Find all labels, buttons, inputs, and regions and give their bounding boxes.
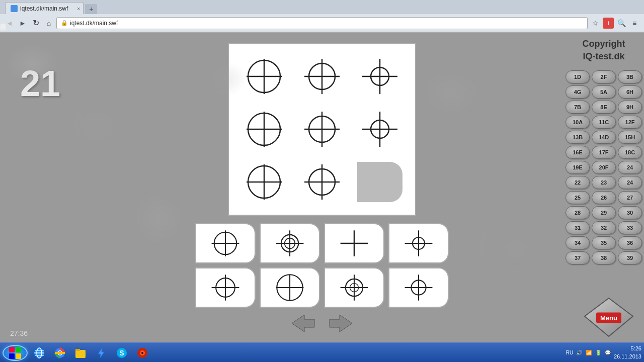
question-btn-14d[interactable]: 14D xyxy=(592,131,616,144)
answer-g-container: G xyxy=(324,267,384,308)
clock: 5:26 26.11.2013 xyxy=(614,345,641,360)
puzzle-cell-9-missing xyxy=(352,157,408,207)
svg-marker-66 xyxy=(98,348,104,358)
home-button[interactable]: ⌂ xyxy=(43,18,54,29)
answer-icon-h xyxy=(401,273,436,303)
taskbar-explorer[interactable] xyxy=(71,345,90,361)
battery-icon[interactable]: 🔋 xyxy=(594,349,602,357)
question-btn-23[interactable]: 23 xyxy=(592,176,616,189)
question-btn-19e[interactable]: 19E xyxy=(566,161,590,174)
search-icon[interactable]: 🔍 xyxy=(616,18,627,29)
nav-forward-button[interactable] xyxy=(327,312,355,335)
menu-icon[interactable]: ≡ xyxy=(629,18,640,29)
question-btn-3b[interactable]: 3B xyxy=(618,70,642,83)
answer-row-2: E F xyxy=(195,267,449,308)
question-btn-24[interactable]: 24 xyxy=(618,161,642,174)
answer-section: A B xyxy=(195,223,449,263)
timer: 27:36 xyxy=(10,329,28,337)
address-lock-icon: 🔒 xyxy=(61,20,68,26)
answer-option-f[interactable] xyxy=(260,267,320,308)
question-btn-9h[interactable]: 9H xyxy=(618,101,642,114)
answer-option-h[interactable] xyxy=(388,267,449,308)
question-btn-18c[interactable]: 18C xyxy=(618,146,642,159)
question-btn-33[interactable]: 33 xyxy=(618,221,642,234)
answer-option-e[interactable] xyxy=(195,267,256,308)
windows-logo-icon xyxy=(8,346,22,360)
sys-tray: RU 🔊 📶 🔋 💬 xyxy=(566,349,612,357)
missing-piece-indicator xyxy=(357,162,403,202)
forward-button[interactable]: ► xyxy=(17,18,28,29)
right-panel: Copyright IQ-test.dk 1D2F3B4G5A6H7B8E9H1… xyxy=(564,33,644,342)
question-btn-25[interactable]: 25 xyxy=(566,191,590,204)
tab-close-button[interactable]: × xyxy=(77,6,80,12)
refresh-button[interactable]: ↻ xyxy=(30,18,41,29)
question-btn-7b[interactable]: 7B xyxy=(566,101,590,114)
taskbar-chrome[interactable] xyxy=(51,345,69,361)
question-btn-36[interactable]: 36 xyxy=(618,236,642,249)
lightning-icon xyxy=(95,347,107,359)
new-tab-button[interactable]: + xyxy=(85,4,97,14)
address-bar[interactable]: 🔒 iqtest.dk/main.swf xyxy=(56,17,588,29)
svg-rect-53 xyxy=(16,347,21,352)
answer-option-a[interactable] xyxy=(195,223,256,263)
answer-option-g[interactable] xyxy=(324,267,384,308)
question-btn-34[interactable]: 34 xyxy=(566,236,590,249)
active-tab[interactable]: iqtest.dk/main.swf × xyxy=(5,2,84,14)
home-icon-right[interactable]: i xyxy=(603,18,614,29)
question-btn-13b[interactable]: 13B xyxy=(566,131,590,144)
question-btn-15h[interactable]: 15H xyxy=(618,131,642,144)
taskbar-app6[interactable] xyxy=(133,345,151,361)
notification-icon[interactable]: 💬 xyxy=(604,349,612,357)
svg-point-71 xyxy=(141,352,143,354)
question-btn-32[interactable]: 32 xyxy=(592,221,616,234)
answer-option-c[interactable] xyxy=(324,223,384,263)
question-btn-26[interactable]: 26 xyxy=(592,191,616,204)
question-btn-6h[interactable]: 6H xyxy=(618,85,642,99)
taskbar-skype[interactable]: S xyxy=(113,345,131,361)
question-btn-28[interactable]: 28 xyxy=(566,206,590,219)
question-btn-29[interactable]: 29 xyxy=(592,206,616,219)
answer-option-b[interactable] xyxy=(260,223,320,263)
answer-icon-a xyxy=(208,228,243,258)
answer-a-container: A xyxy=(195,223,256,263)
question-btn-5a[interactable]: 5A xyxy=(592,85,616,99)
question-btn-37[interactable]: 37 xyxy=(566,251,590,264)
puzzle-icon-4 xyxy=(244,109,284,149)
question-btn-4g[interactable]: 4G xyxy=(566,85,590,99)
question-btn-39[interactable]: 39 xyxy=(618,251,642,264)
svg-rect-54 xyxy=(9,353,15,359)
question-btn-16e[interactable]: 16E xyxy=(566,146,590,159)
question-btn-20f[interactable]: 20F xyxy=(592,161,616,174)
volume-icon[interactable]: 🔊 xyxy=(575,349,583,357)
question-btn-22[interactable]: 22 xyxy=(566,176,590,189)
question-btn-1d[interactable]: 1D xyxy=(566,70,590,83)
question-btn-17f[interactable]: 17F xyxy=(592,146,616,159)
answer-icon-f xyxy=(272,273,307,303)
question-btn-30[interactable]: 30 xyxy=(618,206,642,219)
puzzle-cell-7 xyxy=(236,157,292,207)
question-btn-8e[interactable]: 8E xyxy=(592,101,616,114)
question-btn-11c[interactable]: 11C xyxy=(592,116,616,129)
star-icon[interactable]: ☆ xyxy=(590,18,601,29)
question-btn-38[interactable]: 38 xyxy=(592,251,616,264)
puzzle-grid xyxy=(228,43,416,216)
taskbar-app4[interactable] xyxy=(92,345,110,361)
back-arrow-icon xyxy=(289,312,317,335)
nav-back-button[interactable] xyxy=(289,312,317,335)
menu-diamond-wrapper: Menu xyxy=(584,297,634,337)
answer-option-d[interactable] xyxy=(388,223,449,263)
question-btn-24[interactable]: 24 xyxy=(618,176,642,189)
network-icon[interactable]: 📶 xyxy=(585,349,593,357)
question-btn-12f[interactable]: 12F xyxy=(618,116,642,129)
taskbar-ie[interactable] xyxy=(30,345,48,361)
menu-button[interactable]: Menu xyxy=(596,313,621,323)
question-btn-10a[interactable]: 10A xyxy=(566,116,590,129)
question-btn-27[interactable]: 27 xyxy=(618,191,642,204)
question-btn-35[interactable]: 35 xyxy=(592,236,616,249)
puzzle-cell-8 xyxy=(294,157,350,207)
question-btn-31[interactable]: 31 xyxy=(566,221,590,234)
start-button[interactable] xyxy=(3,345,28,361)
answer-b-container: B xyxy=(260,223,320,263)
nav-arrows xyxy=(289,312,355,335)
question-btn-2f[interactable]: 2F xyxy=(592,70,616,83)
